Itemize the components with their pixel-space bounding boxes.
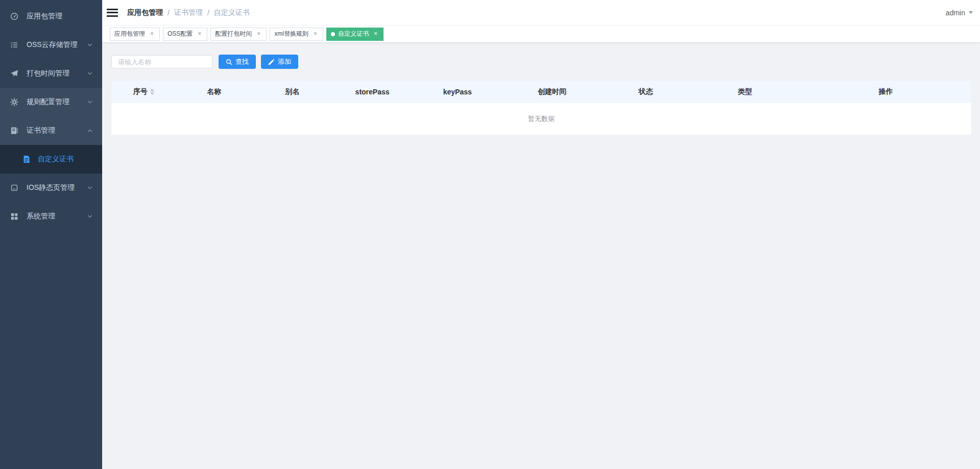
sidebar-subitem-label: 自定义证书 xyxy=(38,155,74,164)
chevron-up-icon xyxy=(87,128,93,134)
column-header-keypass: keyPass xyxy=(412,88,503,96)
close-icon[interactable]: × xyxy=(372,31,379,37)
page-content: 查找 添加 序号 名称 别名 xyxy=(102,43,980,135)
tablet-page-icon xyxy=(10,184,18,192)
sidebar-item-ios-static[interactable]: IOS静态页管理 xyxy=(0,174,102,202)
breadcrumb: 应用包管理 / 证书管理 / 自定义证书 xyxy=(127,8,250,17)
search-button[interactable]: 查找 xyxy=(219,55,256,69)
column-header-storepass: storePass xyxy=(332,88,413,96)
sidebar-item-label: 打包时间管理 xyxy=(27,69,69,78)
sidebar-subitem-custom-certificate[interactable]: 自定义证书 xyxy=(0,145,102,174)
list-icon xyxy=(10,41,18,49)
tab-app-package[interactable]: 应用包管理 × xyxy=(110,28,160,41)
edit-document-icon xyxy=(22,155,31,163)
sidebar-item-label: OSS云存储管理 xyxy=(27,40,78,50)
table-header-row: 序号 名称 别名 storePass keyPass xyxy=(111,81,971,103)
chevron-down-icon xyxy=(87,42,93,48)
user-dropdown[interactable]: admin xyxy=(946,9,980,17)
column-header-name: 名称 xyxy=(176,87,252,96)
caret-down-icon xyxy=(969,11,973,14)
search-input[interactable] xyxy=(111,55,212,68)
sidebar-item-label: 证书管理 xyxy=(27,126,55,135)
tab-label: 自定义证书 xyxy=(338,30,369,38)
tab-xml-replace-rule[interactable]: xml替换规则 × xyxy=(270,28,323,41)
tab-oss-config[interactable]: OSS配置 × xyxy=(163,28,207,41)
close-icon[interactable]: × xyxy=(196,31,203,37)
dashboard-icon xyxy=(10,12,18,20)
search-icon xyxy=(226,59,232,65)
grid-icon xyxy=(10,212,18,220)
toolbar: 查找 添加 xyxy=(111,55,971,69)
chevron-down-icon xyxy=(87,99,93,105)
chevron-down-icon xyxy=(87,185,93,191)
sidebar: 应用包管理 OSS云存储管理 打包时间管理 规则配置管理 证书管理 xyxy=(0,0,102,469)
sidebar-item-oss-storage[interactable]: OSS云存储管理 xyxy=(0,31,102,59)
username: admin xyxy=(946,9,965,17)
chevron-down-icon xyxy=(87,213,93,219)
chevron-down-icon xyxy=(87,70,93,77)
sidebar-item-app-package[interactable]: 应用包管理 xyxy=(0,2,102,31)
data-table: 序号 名称 别名 storePass keyPass xyxy=(111,81,971,135)
sidebar-item-label: 应用包管理 xyxy=(27,12,62,21)
column-header-actions: 操作 xyxy=(800,87,971,96)
tab-custom-certificate-active[interactable]: 自定义证书 × xyxy=(326,28,384,41)
sidebar-item-label: 系统管理 xyxy=(27,212,55,221)
table-empty-state: 暂无数据 xyxy=(111,103,971,135)
certificate-icon xyxy=(10,127,18,135)
close-icon[interactable]: × xyxy=(312,31,319,37)
search-button-label: 查找 xyxy=(235,57,249,66)
column-header-alias: 别名 xyxy=(252,87,332,96)
top-navbar: 应用包管理 / 证书管理 / 自定义证书 admin xyxy=(102,0,980,26)
empty-text: 暂无数据 xyxy=(528,114,555,124)
breadcrumb-item: 证书管理 xyxy=(174,8,203,17)
tab-label: xml替换规则 xyxy=(274,30,308,38)
pencil-icon xyxy=(268,59,275,65)
sidebar-item-label: IOS静态页管理 xyxy=(27,183,75,192)
sidebar-item-pack-time[interactable]: 打包时间管理 xyxy=(0,59,102,88)
main-area: 应用包管理 / 证书管理 / 自定义证书 admin 应用包管理 × OSS配置… xyxy=(102,0,980,469)
send-icon xyxy=(10,69,18,78)
sidebar-item-rule-config[interactable]: 规则配置管理 xyxy=(0,88,102,116)
column-header-status: 状态 xyxy=(602,87,690,96)
gear-icon xyxy=(10,98,18,106)
column-header-index[interactable]: 序号 xyxy=(111,87,176,96)
add-button-label: 添加 xyxy=(278,57,291,66)
breadcrumb-item: 自定义证书 xyxy=(214,8,250,17)
breadcrumb-separator: / xyxy=(207,9,209,17)
sort-carets-icon[interactable] xyxy=(150,89,154,95)
column-header-create-time: 创建时间 xyxy=(503,87,602,96)
close-icon[interactable]: × xyxy=(149,31,155,37)
tab-label: 应用包管理 xyxy=(114,30,145,38)
column-header-type: 类型 xyxy=(690,87,800,96)
add-button[interactable]: 添加 xyxy=(261,55,298,69)
breadcrumb-separator: / xyxy=(168,9,170,17)
close-icon[interactable]: × xyxy=(255,31,262,37)
tab-label: 配置打包时间 xyxy=(215,30,252,38)
hamburger-icon[interactable] xyxy=(102,7,123,18)
sidebar-item-system[interactable]: 系统管理 xyxy=(0,202,102,231)
tab-label: OSS配置 xyxy=(168,30,193,38)
sidebar-item-label: 规则配置管理 xyxy=(27,97,69,107)
active-dot xyxy=(331,32,335,36)
breadcrumb-item[interactable]: 应用包管理 xyxy=(127,8,163,17)
sidebar-item-certificate[interactable]: 证书管理 xyxy=(0,116,102,145)
tags-view-bar: 应用包管理 × OSS配置 × 配置打包时间 × xml替换规则 × 自定义证书… xyxy=(102,26,980,43)
tab-pack-time-config[interactable]: 配置打包时间 × xyxy=(210,28,267,41)
